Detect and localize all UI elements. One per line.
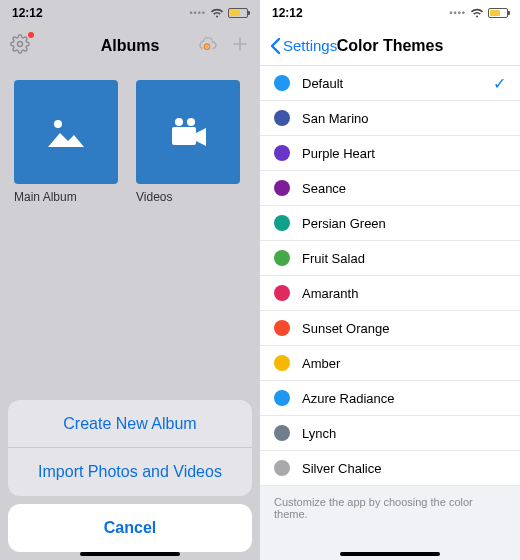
home-indicator[interactable] [340, 552, 440, 556]
theme-row[interactable]: Silver Chalice [260, 451, 520, 486]
theme-row[interactable]: Lynch [260, 416, 520, 451]
wifi-icon [470, 8, 484, 18]
cloud-sync-button[interactable] [196, 35, 218, 57]
color-swatch-icon [274, 110, 290, 126]
battery-icon [228, 8, 248, 18]
color-swatch-icon [274, 215, 290, 231]
home-indicator[interactable] [80, 552, 180, 556]
svg-point-4 [175, 118, 183, 126]
theme-row[interactable]: Fruit Salad [260, 241, 520, 276]
album-label: Main Album [14, 190, 118, 204]
theme-label: Amber [302, 356, 506, 371]
color-swatch-icon [274, 390, 290, 406]
theme-row[interactable]: Seance [260, 171, 520, 206]
back-label: Settings [283, 37, 337, 54]
svg-rect-6 [172, 127, 196, 145]
settings-button[interactable] [10, 34, 30, 58]
footer-note: Customize the app by choosing the color … [260, 486, 520, 560]
status-indicators: •••• [449, 8, 508, 18]
notification-dot-icon [28, 32, 34, 38]
theme-label: Lynch [302, 426, 506, 441]
albums-grid: Main Album Videos [0, 66, 260, 218]
nav-bar: Albums [0, 26, 260, 66]
theme-label: Azure Radiance [302, 391, 506, 406]
status-indicators: •••• [189, 8, 248, 18]
battery-icon [488, 8, 508, 18]
gear-icon [10, 34, 30, 54]
checkmark-icon: ✓ [493, 74, 506, 93]
color-swatch-icon [274, 145, 290, 161]
theme-label: Silver Chalice [302, 461, 506, 476]
theme-row[interactable]: Amber [260, 346, 520, 381]
image-icon [46, 115, 86, 149]
nav-bar: Settings Color Themes [260, 26, 520, 66]
color-swatch-icon [274, 285, 290, 301]
theme-label: Persian Green [302, 216, 506, 231]
cell-signal-icon: •••• [189, 8, 206, 18]
theme-row[interactable]: Azure Radiance [260, 381, 520, 416]
svg-point-5 [187, 118, 195, 126]
theme-row[interactable]: Sunset Orange [260, 311, 520, 346]
import-media-button[interactable]: Import Photos and Videos [8, 448, 252, 496]
theme-row[interactable]: Amaranth [260, 276, 520, 311]
color-swatch-icon [274, 250, 290, 266]
theme-row[interactable]: Purple Heart [260, 136, 520, 171]
theme-label: Seance [302, 181, 506, 196]
status-bar: 12:12 •••• [260, 0, 520, 26]
color-swatch-icon [274, 75, 290, 91]
status-bar: 12:12 •••• [0, 0, 260, 26]
album-label: Videos [136, 190, 240, 204]
color-swatch-icon [274, 460, 290, 476]
album-item[interactable]: Videos [136, 80, 240, 204]
create-album-button[interactable]: Create New Album [8, 400, 252, 448]
theme-label: Purple Heart [302, 146, 506, 161]
album-thumb [136, 80, 240, 184]
color-swatch-icon [274, 320, 290, 336]
color-swatch-icon [274, 425, 290, 441]
video-icon [168, 115, 208, 149]
albums-screen: 12:12 •••• Albums [0, 0, 260, 560]
album-item[interactable]: Main Album [14, 80, 118, 204]
theme-label: Amaranth [302, 286, 506, 301]
album-thumb [14, 80, 118, 184]
svg-point-2 [206, 46, 208, 48]
theme-row[interactable]: San Marino [260, 101, 520, 136]
chevron-left-icon [270, 37, 281, 55]
add-button[interactable] [230, 34, 250, 58]
theme-row[interactable]: Persian Green [260, 206, 520, 241]
action-sheet: Create New Album Import Photos and Video… [8, 400, 252, 552]
theme-label: San Marino [302, 111, 506, 126]
color-themes-screen: 12:12 •••• Settings Color Themes Default… [260, 0, 520, 560]
status-time: 12:12 [272, 6, 303, 20]
svg-point-3 [54, 120, 62, 128]
action-sheet-group: Create New Album Import Photos and Video… [8, 400, 252, 496]
theme-label: Default [302, 76, 493, 91]
cancel-button[interactable]: Cancel [8, 504, 252, 552]
cell-signal-icon: •••• [449, 8, 466, 18]
status-time: 12:12 [12, 6, 43, 20]
back-button[interactable]: Settings [270, 37, 337, 55]
color-swatch-icon [274, 355, 290, 371]
cloud-icon [196, 35, 218, 53]
theme-row[interactable]: Default✓ [260, 66, 520, 101]
plus-icon [230, 34, 250, 54]
theme-label: Fruit Salad [302, 251, 506, 266]
theme-label: Sunset Orange [302, 321, 506, 336]
wifi-icon [210, 8, 224, 18]
theme-list: Default✓San MarinoPurple HeartSeancePers… [260, 66, 520, 486]
color-swatch-icon [274, 180, 290, 196]
svg-point-0 [18, 42, 23, 47]
